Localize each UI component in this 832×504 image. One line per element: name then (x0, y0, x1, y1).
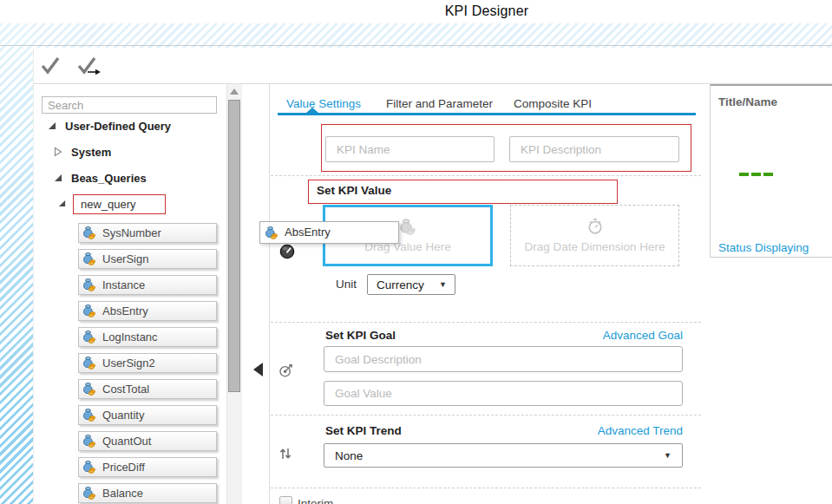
set-kpi-goal-title: Set KPI Goal (325, 329, 396, 342)
bag-coins-icon (82, 408, 96, 422)
bag-coins-icon (82, 304, 96, 317)
bag-coins-icon (82, 356, 96, 370)
tab-value-settings[interactable]: Value Settings (286, 97, 361, 110)
drag-cursor-clock-icon (279, 244, 295, 259)
tab-filter-and-parameter[interactable]: Filter and Parameter (386, 97, 493, 110)
set-kpi-value-title: Set KPI Value (317, 184, 391, 197)
dragged-item-absentry[interactable]: AbsEntry (259, 221, 399, 244)
collapsed-icon[interactable] (54, 147, 62, 157)
tree-node-new-query[interactable]: new_query (73, 194, 166, 214)
active-tab-notch (306, 108, 318, 113)
field-item-pricediff[interactable]: PriceDiff (78, 457, 217, 477)
collapse-panel-icon[interactable] (253, 363, 263, 376)
preview-panel-left-border (710, 84, 711, 258)
tree-node-user-defined-query[interactable]: User-Defined Query (65, 120, 171, 133)
chevron-down-icon: ▼ (664, 451, 671, 460)
kpi-description-input[interactable] (509, 136, 679, 162)
chevron-down-icon: ▼ (439, 280, 447, 289)
status-displaying-link[interactable]: Status Displaying (718, 241, 809, 254)
dash-icon (751, 173, 761, 176)
expand-icon[interactable] (58, 200, 66, 207)
field-item-instance[interactable]: Instance (78, 275, 217, 295)
preview-title: Title/Name (718, 95, 777, 108)
preview-panel-bottom-border (710, 257, 832, 258)
bag-coins-icon (82, 226, 96, 239)
interim-label: Interim (298, 497, 333, 504)
kpi-name-input[interactable] (325, 136, 495, 162)
interim-checkbox[interactable] (279, 496, 292, 504)
search-input[interactable] (42, 96, 217, 114)
confirm-icon[interactable] (38, 53, 62, 77)
unit-select[interactable]: Currency ▼ (367, 274, 455, 295)
section-separator (271, 175, 701, 176)
field-item-balance[interactable]: Balance (78, 483, 217, 503)
bag-coins-icon (82, 278, 96, 291)
bag-coins-icon (265, 226, 278, 239)
field-item-quantity[interactable]: Quantity (78, 405, 217, 425)
field-item-sysnumber[interactable]: SysNumber (78, 223, 217, 243)
dash-icon (739, 173, 749, 176)
bag-coins-icon (82, 252, 96, 265)
page-title: KPI Designer (357, 3, 617, 19)
kpi-designer-screen: KPI Designer User-Defined Query System B… (0, 0, 832, 504)
bag-coins-icon (82, 434, 96, 448)
trend-arrows-icon (278, 445, 292, 462)
tree-node-system[interactable]: System (71, 146, 111, 159)
scroll-up-icon[interactable] (230, 88, 239, 95)
field-item-usersign2[interactable]: UserSign2 (78, 353, 217, 373)
section-separator (271, 322, 701, 323)
tab-underline (278, 113, 696, 115)
section-separator (271, 415, 701, 416)
striped-background-left (0, 23, 33, 504)
preview-panel-top-border (710, 84, 832, 86)
scrollbar-thumb[interactable] (228, 100, 240, 392)
striped-background-band (0, 23, 832, 48)
confirm-and-next-icon[interactable] (75, 53, 104, 77)
kpi-value-placeholder-dashes (739, 173, 773, 176)
goal-value-input[interactable] (324, 381, 683, 406)
section-separator (271, 488, 701, 488)
stopwatch-icon (586, 218, 604, 235)
content-divider (269, 84, 270, 504)
tab-composite-kpi[interactable]: Composite KPI (514, 97, 592, 110)
field-item-absentry[interactable]: AbsEntry (78, 301, 217, 321)
bag-coins-icon (82, 460, 96, 474)
bag-coins-icon (82, 382, 96, 396)
field-item-quantout[interactable]: QuantOut (78, 431, 217, 451)
tree-node-beas-queries[interactable]: Beas_Queries (71, 172, 147, 185)
set-kpi-trend-title: Set KPI Trend (325, 424, 402, 437)
field-item-loginstanc[interactable]: LogInstanc (78, 327, 217, 347)
advanced-trend-link[interactable]: Advanced Trend (521, 424, 683, 437)
bag-coins-icon (82, 330, 96, 344)
expand-icon[interactable] (54, 173, 62, 182)
advanced-goal-link[interactable]: Advanced Goal (521, 329, 683, 342)
header-divider (0, 45, 832, 46)
target-icon (278, 361, 296, 378)
trend-select[interactable]: None ▼ (324, 443, 683, 468)
field-item-costtotal[interactable]: CostTotal (78, 379, 217, 399)
bag-coins-icon (399, 218, 416, 235)
expand-icon[interactable] (48, 121, 56, 130)
field-item-usersign[interactable]: UserSign (78, 249, 217, 269)
drag-date-dropzone[interactable]: Drag Date Dimension Here (510, 205, 679, 266)
goal-description-input[interactable] (324, 346, 683, 372)
unit-label: Unit (336, 278, 357, 291)
bag-coins-icon (82, 486, 96, 500)
dash-icon (763, 173, 773, 176)
